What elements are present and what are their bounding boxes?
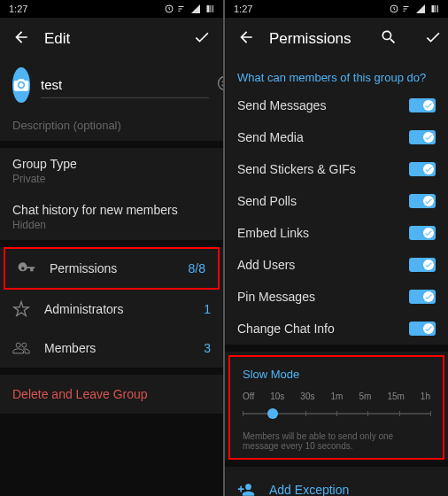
toggle-switch[interactable] (409, 162, 436, 176)
perm-label: Pin Messages (237, 290, 315, 304)
status-icons (164, 4, 214, 14)
add-user-icon (237, 481, 255, 496)
toggle-switch[interactable] (409, 322, 436, 336)
toggle-switch[interactable] (409, 130, 436, 144)
permissions-value: 8/8 (189, 261, 205, 275)
slow-mode-slider[interactable] (243, 405, 430, 422)
perm-label: Add Users (237, 258, 295, 272)
add-exception-label: Add Exception (269, 483, 349, 496)
phone-left: 1:27 Edit Description (optional) Group T… (0, 0, 223, 496)
svg-point-1 (219, 77, 224, 90)
page-title: Permissions (269, 30, 351, 48)
group-name-input[interactable] (41, 72, 209, 98)
admins-label: Administrators (44, 302, 123, 316)
status-time: 1:27 (234, 4, 252, 14)
perm-row-4[interactable]: Embed Links (225, 217, 448, 249)
slow-mode-title: Slow Mode (243, 368, 430, 381)
members-row[interactable]: Members 3 (0, 329, 223, 368)
status-time: 1:27 (9, 4, 27, 14)
history-value: Hidden (12, 219, 211, 231)
permissions-question: What can members of this group do? (225, 60, 448, 89)
confirm-icon[interactable] (424, 28, 442, 50)
history-row[interactable]: Chat history for new members Hidden (0, 194, 223, 240)
toggle-switch[interactable] (409, 98, 436, 112)
perm-label: Send Media (237, 130, 304, 144)
phone-right: 1:27 Permissions What can members of thi… (225, 0, 448, 496)
page-title: Edit (44, 30, 70, 48)
perm-label: Send Polls (237, 194, 297, 208)
status-bar: 1:27 (225, 0, 448, 18)
svg-point-2 (222, 81, 223, 83)
topbar-edit: Edit (0, 18, 223, 60)
description-field[interactable]: Description (optional) (0, 110, 223, 141)
perm-row-7[interactable]: Change Chat Info (225, 313, 448, 345)
topbar-permissions: Permissions (225, 18, 448, 60)
perm-row-0[interactable]: Send Messages (225, 89, 448, 121)
perm-row-3[interactable]: Send Polls (225, 185, 448, 217)
history-label: Chat history for new members (12, 203, 211, 217)
admins-value: 1 (204, 302, 211, 316)
perm-label: Send Messages (237, 98, 326, 112)
back-icon[interactable] (237, 28, 255, 50)
perm-label: Change Chat Info (237, 322, 335, 336)
group-type-row[interactable]: Group Type Private (0, 148, 223, 194)
perm-row-2[interactable]: Send Stickers & GIFs (225, 153, 448, 185)
toggle-switch[interactable] (409, 194, 436, 208)
perm-row-5[interactable]: Add Users (225, 249, 448, 281)
perm-label: Send Stickers & GIFs (237, 162, 356, 176)
admins-row[interactable]: Administrators 1 (0, 290, 223, 329)
toggle-switch[interactable] (409, 226, 436, 240)
toggle-switch[interactable] (409, 290, 436, 304)
confirm-icon[interactable] (193, 28, 211, 50)
perm-row-1[interactable]: Send Media (225, 121, 448, 153)
slow-mode-labels: Off10s30s1m5m15m1h (243, 391, 430, 401)
permissions-label: Permissions (50, 261, 117, 275)
toggle-switch[interactable] (409, 258, 436, 272)
slow-mode-section: Slow Mode Off10s30s1m5m15m1h Members wil… (228, 355, 444, 460)
members-label: Members (44, 341, 96, 355)
status-icons (389, 4, 439, 14)
perm-row-6[interactable]: Pin Messages (225, 281, 448, 313)
users-icon (12, 339, 30, 357)
camera-icon (12, 76, 30, 94)
delete-group-button[interactable]: Delete and Leave Group (0, 375, 223, 414)
add-exception-button[interactable]: Add Exception (225, 467, 448, 496)
status-bar: 1:27 (0, 0, 223, 18)
group-type-label: Group Type (12, 157, 211, 171)
search-icon[interactable] (380, 28, 398, 50)
avatar-button[interactable] (12, 67, 30, 103)
permissions-row[interactable]: Permissions 8/8 (5, 249, 218, 288)
back-icon[interactable] (12, 28, 30, 50)
key-icon (18, 260, 35, 277)
slow-mode-desc: Members will be able to send only one me… (243, 431, 430, 451)
name-row (0, 60, 223, 110)
members-value: 3 (204, 341, 211, 355)
slider-thumb[interactable] (267, 408, 278, 419)
emoji-icon[interactable] (216, 74, 223, 96)
perm-label: Embed Links (237, 226, 309, 240)
group-type-value: Private (12, 173, 211, 185)
star-icon (12, 300, 30, 318)
